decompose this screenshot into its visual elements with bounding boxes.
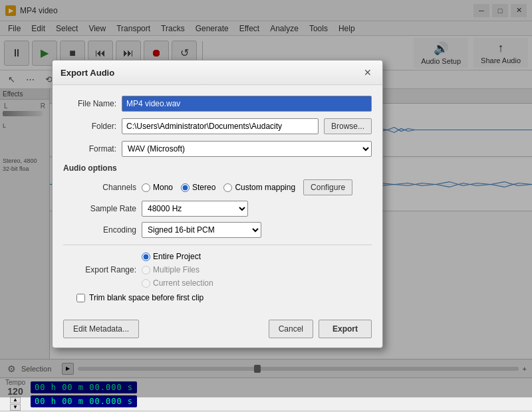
multiple-files-option[interactable]: Multiple Files xyxy=(142,265,372,274)
file-name-row: File Name: xyxy=(63,96,372,112)
channels-radio-group: Mono Stereo Custom mapping Configure xyxy=(142,179,372,195)
dialog-body: File Name: Folder: Browse... Format: WAV… xyxy=(53,85,382,313)
edit-metadata-button[interactable]: Edit Metadata... xyxy=(63,320,139,338)
current-selection-radio[interactable] xyxy=(142,279,150,288)
dialog-title: Export Audio xyxy=(61,68,114,78)
mono-option[interactable]: Mono xyxy=(142,183,173,192)
audio-options-label: Audio options xyxy=(63,163,372,173)
entire-project-radio[interactable] xyxy=(142,253,150,261)
format-row: Format: WAV (Microsoft) MP3 FLAC OGG AIF… xyxy=(63,141,372,157)
dialog-footer: Edit Metadata... Cancel Export xyxy=(53,313,382,348)
options-grid: Channels Mono Stereo Custom mapping xyxy=(63,179,372,238)
trim-checkbox[interactable] xyxy=(76,294,85,302)
tempo-up[interactable]: ▲ xyxy=(10,397,21,403)
sample-rate-select[interactable]: 8000 Hz 16000 Hz 22050 Hz 44100 Hz 48000… xyxy=(142,201,248,217)
file-name-input[interactable] xyxy=(122,96,372,112)
trim-label: Trim blank space before first clip xyxy=(89,293,203,302)
stereo-radio[interactable] xyxy=(181,183,190,192)
dialog-titlebar: Export Audio ✕ xyxy=(53,60,382,85)
channels-label: Channels xyxy=(76,183,136,192)
folder-label: Folder: xyxy=(63,122,116,131)
custom-radio[interactable] xyxy=(223,183,232,192)
cancel-button[interactable]: Cancel xyxy=(269,320,313,338)
format-label: Format: xyxy=(63,144,116,154)
encoding-label: Encoding xyxy=(76,225,136,235)
encoding-row: Encoding Signed 16-bit PCM Signed 24-bit… xyxy=(76,222,372,238)
range-options: Entire Project Multiple Files Current se… xyxy=(142,252,372,288)
custom-option[interactable]: Custom mapping xyxy=(223,183,295,192)
export-range-row: Export Range: Entire Project Multiple Fi… xyxy=(76,252,372,288)
export-range-label: Export Range: xyxy=(76,265,136,274)
folder-row: Folder: Browse... xyxy=(63,118,372,134)
configure-button[interactable]: Configure xyxy=(303,179,352,195)
export-audio-dialog: Export Audio ✕ File Name: Folder: Browse… xyxy=(52,60,383,348)
trim-checkbox-row: Trim blank space before first clip xyxy=(63,293,372,302)
dialog-close-button[interactable]: ✕ xyxy=(361,66,374,79)
sample-rate-row: Sample Rate 8000 Hz 16000 Hz 22050 Hz 44… xyxy=(76,201,372,217)
sample-rate-label: Sample Rate xyxy=(76,204,136,213)
entire-project-option[interactable]: Entire Project xyxy=(142,252,372,261)
export-button[interactable]: Export xyxy=(319,320,372,338)
export-range-section: Export Range: Entire Project Multiple Fi… xyxy=(63,252,372,288)
folder-input[interactable] xyxy=(122,118,319,134)
format-select[interactable]: WAV (Microsoft) MP3 FLAC OGG AIFF xyxy=(122,141,372,157)
multiple-files-radio[interactable] xyxy=(142,266,150,274)
footer-right: Cancel Export xyxy=(269,320,372,338)
current-selection-option[interactable]: Current selection xyxy=(142,278,372,288)
tempo-down[interactable]: ▼ xyxy=(10,404,21,411)
divider xyxy=(63,245,372,245)
file-name-label: File Name: xyxy=(63,99,116,108)
footer-left: Edit Metadata... xyxy=(63,320,139,338)
stereo-option[interactable]: Stereo xyxy=(181,183,215,192)
encoding-select[interactable]: Signed 16-bit PCM Signed 24-bit PCM Sign… xyxy=(142,222,261,238)
modal-overlay: Export Audio ✕ File Name: Folder: Browse… xyxy=(0,0,532,397)
browse-button[interactable]: Browse... xyxy=(324,118,372,134)
mono-radio[interactable] xyxy=(142,183,150,192)
channels-row: Channels Mono Stereo Custom mapping xyxy=(76,179,372,195)
